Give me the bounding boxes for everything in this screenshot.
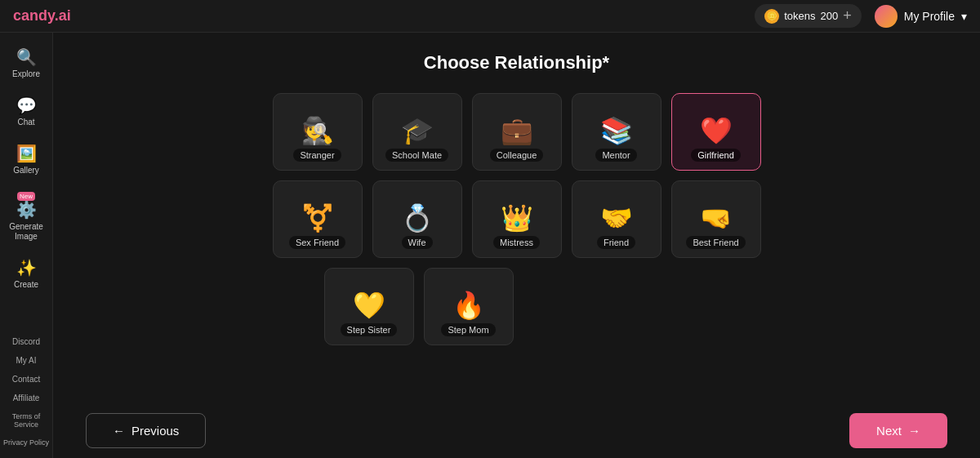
tokens-badge: 🪙 tokens 200 + bbox=[755, 4, 862, 28]
previous-button[interactable]: ← Previous bbox=[86, 413, 206, 448]
chevron-down-icon: ▾ bbox=[961, 10, 967, 23]
rel-card-friend[interactable]: 🤝 Friend bbox=[572, 180, 662, 258]
token-coin-icon: 🪙 bbox=[764, 9, 779, 24]
sidebar-bottom: Discord My AI Contact Affiliate Terms of… bbox=[0, 334, 52, 450]
rel-card-best-friend[interactable]: 🤜 Best Friend bbox=[671, 180, 761, 258]
sidebar-item-affiliate[interactable]: Affiliate bbox=[10, 390, 43, 406]
step-sister-emoji: 💛 bbox=[353, 292, 385, 318]
previous-label: Previous bbox=[131, 424, 179, 438]
next-button[interactable]: Next → bbox=[849, 413, 947, 448]
main-layout: 🔍 Explore 💬 Chat 🖼️ Gallery New ⚙️ Gener… bbox=[0, 33, 980, 458]
wife-label: Wife bbox=[402, 236, 433, 249]
page-title: Choose Relationship* bbox=[424, 52, 609, 73]
relationship-row-1: 🕵️ Stranger 🎓 School Mate 💼 Colleague 📚 … bbox=[256, 93, 778, 171]
friend-emoji: 🤝 bbox=[600, 205, 633, 231]
sidebar: 🔍 Explore 💬 Chat 🖼️ Gallery New ⚙️ Gener… bbox=[0, 33, 53, 458]
sidebar-item-tos[interactable]: Terms of Service bbox=[0, 409, 52, 432]
sidebar-item-myai[interactable]: My AI bbox=[12, 353, 39, 368]
mistress-emoji: 👑 bbox=[501, 205, 533, 231]
logo: candy.ai bbox=[13, 7, 71, 24]
profile-button[interactable]: My Profile ▾ bbox=[875, 5, 967, 28]
step-mom-label: Step Mom bbox=[441, 323, 495, 336]
rel-card-mistress[interactable]: 👑 Mistress bbox=[472, 180, 562, 258]
girlfriend-emoji: ❤️ bbox=[700, 118, 733, 144]
next-label: Next bbox=[876, 424, 902, 438]
sidebar-item-discord[interactable]: Discord bbox=[9, 334, 43, 349]
mistress-label: Mistress bbox=[493, 236, 540, 249]
rel-card-colleague[interactable]: 💼 Colleague bbox=[472, 93, 562, 171]
gallery-icon: 🖼️ bbox=[16, 144, 37, 163]
header: candy.ai 🪙 tokens 200 + My Profile ▾ bbox=[0, 0, 980, 33]
add-tokens-button[interactable]: + bbox=[843, 7, 852, 24]
arrow-left-icon: ← bbox=[113, 424, 125, 438]
sidebar-label-gallery: Gallery bbox=[13, 166, 39, 176]
sidebar-item-explore[interactable]: 🔍 Explore bbox=[3, 41, 49, 86]
school-mate-emoji: 🎓 bbox=[401, 118, 434, 144]
content: Choose Relationship* 🕵️ Stranger 🎓 Schoo… bbox=[53, 33, 980, 458]
avatar bbox=[875, 5, 898, 28]
best-friend-emoji: 🤜 bbox=[700, 205, 733, 231]
sidebar-item-privacy[interactable]: Privacy Policy bbox=[0, 435, 52, 450]
logo-text: candy.ai bbox=[13, 7, 71, 24]
sidebar-item-gallery[interactable]: 🖼️ Gallery bbox=[3, 137, 49, 182]
relationship-row-3: 💛 Step Sister 🔥 Step Mom bbox=[256, 268, 778, 345]
create-icon: ✨ bbox=[16, 258, 37, 278]
tokens-count: 200 bbox=[821, 10, 839, 22]
step-sister-label: Step Sister bbox=[341, 323, 398, 336]
sidebar-item-create[interactable]: ✨ Create bbox=[3, 251, 49, 296]
sex-friend-emoji: ⚧️ bbox=[301, 205, 334, 231]
arrow-right-icon: → bbox=[908, 424, 920, 438]
relationship-row-2: ⚧️ Sex Friend 💍 Wife 👑 Mistress 🤝 Friend… bbox=[256, 180, 778, 258]
bottom-nav: ← Previous Next → bbox=[53, 403, 980, 458]
sidebar-label-chat: Chat bbox=[17, 118, 34, 127]
rel-card-sex-friend[interactable]: ⚧️ Sex Friend bbox=[273, 180, 363, 258]
rel-card-stranger[interactable]: 🕵️ Stranger bbox=[273, 93, 363, 171]
sex-friend-label: Sex Friend bbox=[289, 236, 345, 249]
colleague-label: Colleague bbox=[490, 149, 544, 162]
relationship-grid: 🕵️ Stranger 🎓 School Mate 💼 Colleague 📚 … bbox=[256, 93, 778, 345]
best-friend-label: Best Friend bbox=[686, 236, 745, 249]
explore-icon: 🔍 bbox=[16, 47, 37, 67]
tokens-label: tokens bbox=[784, 10, 815, 22]
step-mom-emoji: 🔥 bbox=[452, 292, 485, 318]
sidebar-item-generate[interactable]: New ⚙️ Generate Image bbox=[3, 185, 49, 248]
sidebar-label-create: Create bbox=[14, 280, 38, 290]
mentor-label: Mentor bbox=[595, 149, 636, 162]
rel-card-mentor[interactable]: 📚 Mentor bbox=[572, 93, 662, 171]
stranger-label: Stranger bbox=[293, 149, 341, 162]
wife-emoji: 💍 bbox=[401, 205, 434, 231]
colleague-emoji: 💼 bbox=[501, 118, 533, 144]
stranger-emoji: 🕵️ bbox=[301, 118, 334, 144]
generate-icon: ⚙️ bbox=[16, 200, 37, 220]
chat-icon: 💬 bbox=[16, 96, 37, 115]
rel-card-wife[interactable]: 💍 Wife bbox=[372, 180, 462, 258]
school-mate-label: School Mate bbox=[385, 149, 448, 162]
profile-label: My Profile bbox=[904, 10, 955, 23]
sidebar-item-chat[interactable]: 💬 Chat bbox=[3, 89, 49, 134]
rel-card-school-mate[interactable]: 🎓 School Mate bbox=[372, 93, 462, 171]
mentor-emoji: 📚 bbox=[600, 118, 633, 144]
rel-card-step-sister[interactable]: 💛 Step Sister bbox=[324, 268, 414, 345]
sidebar-item-contact[interactable]: Contact bbox=[9, 371, 43, 387]
rel-card-girlfriend[interactable]: ❤️ Girlfriend bbox=[671, 93, 761, 171]
rel-card-step-mom[interactable]: 🔥 Step Mom bbox=[424, 268, 514, 345]
header-right: 🪙 tokens 200 + My Profile ▾ bbox=[755, 4, 967, 28]
sidebar-label-explore: Explore bbox=[12, 69, 40, 79]
girlfriend-label: Girlfriend bbox=[691, 149, 741, 162]
friend-label: Friend bbox=[597, 236, 635, 249]
sidebar-label-generate: Generate Image bbox=[7, 222, 46, 242]
